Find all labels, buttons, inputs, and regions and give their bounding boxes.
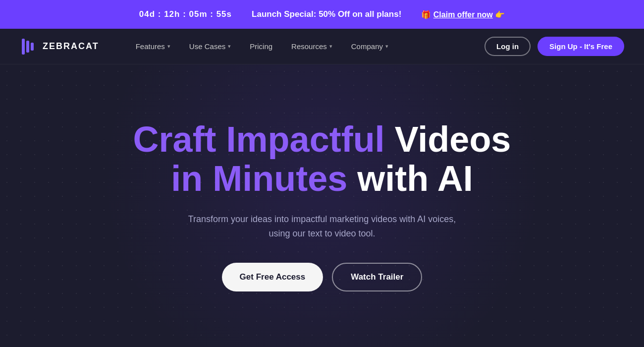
chevron-down-icon: ▾: [228, 43, 231, 50]
signup-button[interactable]: Sign Up - It's Free: [537, 37, 624, 56]
nav-item-use-cases[interactable]: Use Cases ▾: [182, 38, 238, 55]
watch-trailer-button[interactable]: Watch Trailer: [332, 263, 422, 291]
chevron-down-icon: ▾: [329, 43, 332, 50]
nav-label-resources: Resources: [291, 42, 327, 51]
nav-item-resources[interactable]: Resources ▾: [284, 38, 339, 55]
promo-text: Launch Special: 50% Off on all plans!: [252, 9, 401, 19]
login-button[interactable]: Log in: [484, 37, 531, 56]
hero-buttons: Get Free Access Watch Trailer: [222, 263, 423, 291]
get-free-access-button[interactable]: Get Free Access: [222, 263, 323, 291]
chevron-down-icon: ▾: [385, 43, 388, 50]
hero-title-line2-purple: in Minutes: [171, 159, 347, 198]
logo-icon: [20, 38, 38, 56]
nav-label-company: Company: [351, 42, 383, 51]
svg-rect-2: [31, 43, 34, 51]
nav-label-pricing: Pricing: [250, 42, 272, 51]
hero-subtitle: Transform your ideas into impactful mark…: [178, 212, 466, 241]
chevron-down-icon: ▾: [167, 43, 170, 50]
nav-item-features[interactable]: Features ▾: [129, 38, 177, 55]
gift-icon: 🎁: [421, 10, 431, 19]
nav-label-use-cases: Use Cases: [189, 42, 225, 51]
hero-title-line1-white: Videos: [395, 119, 511, 159]
svg-rect-1: [26, 41, 29, 53]
hero-title-line2-white: with AI: [357, 159, 473, 198]
logo[interactable]: ZEBRACAT: [20, 38, 99, 56]
navbar: ZEBRACAT Features ▾ Use Cases ▾ Pricing …: [0, 29, 644, 64]
nav-links: Features ▾ Use Cases ▾ Pricing Resources…: [129, 38, 484, 55]
hero-title-line1-purple: Craft Impactful: [133, 119, 385, 159]
svg-rect-0: [22, 39, 25, 55]
countdown-timer: 04d : 12h : 05m : 55s: [139, 9, 232, 19]
pointing-icon: 👉: [495, 10, 505, 19]
hero-title: Craft Impactful Videos in Minutes with A…: [133, 120, 511, 198]
banner-cta[interactable]: 🎁 Claim offer now 👉: [421, 10, 505, 19]
nav-item-company[interactable]: Company ▾: [344, 38, 395, 55]
logo-text: ZEBRACAT: [43, 41, 99, 52]
claim-offer-link[interactable]: Claim offer now: [433, 10, 493, 19]
nav-label-features: Features: [136, 42, 165, 51]
nav-item-pricing[interactable]: Pricing: [243, 38, 279, 55]
hero-section: Craft Impactful Videos in Minutes with A…: [0, 64, 644, 347]
promo-banner: 04d : 12h : 05m : 55s Launch Special: 50…: [0, 0, 644, 29]
nav-actions: Log in Sign Up - It's Free: [484, 37, 624, 56]
